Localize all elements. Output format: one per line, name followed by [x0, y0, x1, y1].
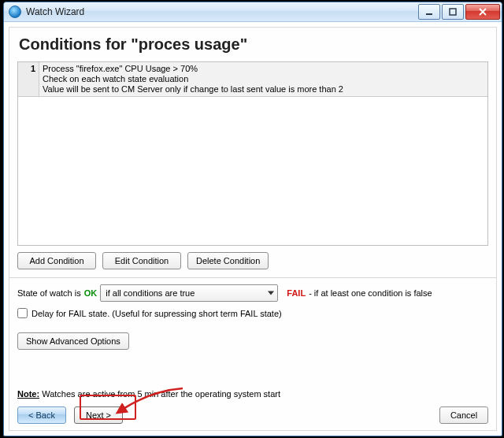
note-text: Watches are active from 5 min after the … [42, 389, 280, 399]
chevron-down-icon [268, 291, 274, 295]
cancel-button[interactable]: Cancel [439, 406, 488, 424]
show-advanced-button[interactable]: Show Advanced Options [17, 332, 129, 350]
back-button[interactable]: < Back [17, 406, 66, 424]
delay-label: Delay for FAIL state. (Useful for supres… [32, 309, 282, 318]
condition-button-row: Add Condition Edit Condition Delete Cond… [17, 252, 488, 269]
edit-condition-button[interactable]: Edit Condition [102, 252, 181, 269]
state-line: State of watch is OK if all conditions a… [17, 284, 488, 302]
note-line: Note: Watches are active from 5 min afte… [17, 389, 280, 399]
separator [9, 277, 496, 278]
window-title: Watch Wizard [26, 6, 84, 17]
state-suffix: - if at least one condition is false [309, 288, 432, 298]
state-combo[interactable]: if all conditions are true [100, 284, 278, 302]
svg-rect-1 [450, 9, 456, 15]
condition-line: Check on each watch state evaluation [43, 74, 343, 84]
note-label: Note: [17, 389, 39, 399]
minimize-button[interactable] [418, 4, 440, 20]
delay-checkbox[interactable] [17, 308, 28, 318]
close-button[interactable] [465, 4, 500, 20]
add-condition-button[interactable]: Add Condition [17, 252, 96, 269]
nav-row: < Back Next > Cancel [17, 406, 488, 424]
maximize-icon [449, 8, 457, 16]
delete-condition-button[interactable]: Delete Condition [187, 252, 269, 269]
page-title: Conditions for "proces usage" [19, 35, 488, 54]
condition-number: 1 [18, 62, 39, 96]
condition-line: Process "firefox.exe" CPU Usage > 70% [43, 64, 343, 74]
advanced-row: Show Advanced Options [17, 332, 488, 350]
delay-checkbox-row[interactable]: Delay for FAIL state. (Useful for supres… [17, 308, 488, 318]
state-ok-label: OK [84, 288, 98, 298]
conditions-list[interactable]: 1 Process "firefox.exe" CPU Usage > 70% … [17, 61, 488, 246]
next-button[interactable]: Next > [74, 406, 123, 424]
titlebar[interactable]: Watch Wizard [4, 2, 502, 22]
condition-line: Value will be sent to CM Server only if … [43, 84, 343, 95]
minimize-icon [425, 8, 433, 16]
state-prefix: State of watch is [17, 288, 81, 298]
wizard-window: Watch Wizard Conditions for "proces usag… [3, 2, 502, 436]
state-fail-label: FAIL [287, 288, 306, 298]
condition-text: Process "firefox.exe" CPU Usage > 70% Ch… [39, 62, 346, 96]
maximize-button[interactable] [442, 4, 464, 20]
app-icon [9, 6, 21, 18]
svg-rect-0 [426, 13, 432, 15]
state-combo-value: if all conditions are true [106, 288, 195, 298]
close-icon [479, 8, 487, 16]
condition-row[interactable]: 1 Process "firefox.exe" CPU Usage > 70% … [18, 62, 487, 97]
window-buttons [417, 4, 500, 20]
client-area: Conditions for "proces usage" 1 Process … [9, 27, 497, 431]
